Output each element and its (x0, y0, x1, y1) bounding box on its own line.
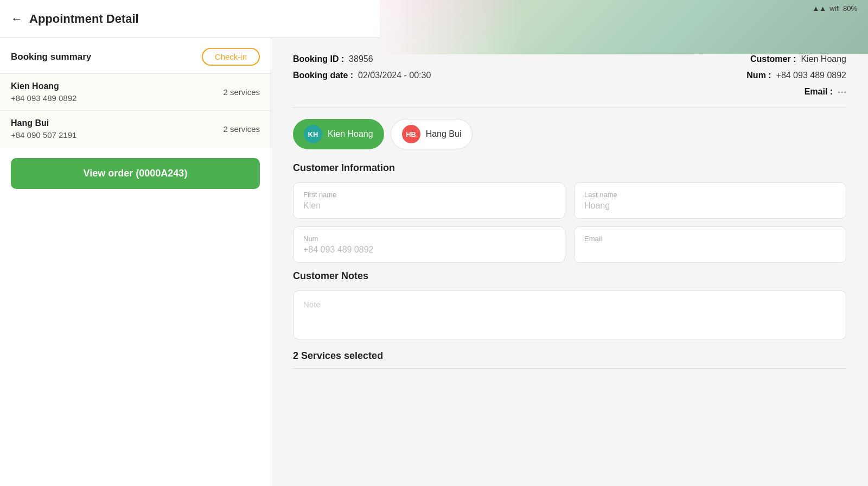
email-field: Email : --- (746, 87, 846, 97)
tab-kien-hoang[interactable]: KH Kien Hoang (293, 119, 384, 149)
back-button[interactable]: ← (11, 12, 23, 26)
customer-label: Customer : (750, 54, 796, 64)
last-name-label: Last name (584, 191, 836, 199)
customer-info-hang: Hang Bui +84 090 507 2191 (11, 118, 76, 140)
customer-services-0: 2 services (223, 87, 260, 97)
customer-info-kien: Kien Hoang +84 093 489 0892 (11, 81, 76, 103)
page-title: Appointment Detail (29, 12, 139, 26)
services-selected-title: 2 Services selected (293, 350, 846, 362)
booking-date-field: Booking date : 02/03/2024 - 00:30 (293, 71, 431, 80)
booking-date-value: 02/03/2024 - 00:30 (358, 71, 431, 80)
main-content: Booking summary Check-in Kien Hoang +84 … (0, 38, 868, 486)
first-name-field[interactable]: First name Kien (293, 182, 565, 219)
customer-information-title: Customer Information (293, 162, 846, 174)
header: ← Appointment Detail ▲▲ wifi 80% (0, 0, 868, 38)
num-field: Num : +84 093 489 0892 (746, 71, 846, 80)
customer-services-1: 2 services (223, 124, 260, 134)
first-name-label: First name (303, 191, 555, 199)
last-name-value: Hoang (584, 201, 836, 211)
wifi-icon: wifi (829, 4, 840, 12)
customer-phone-0: +84 093 489 0892 (11, 93, 76, 103)
booking-info-right: Customer : Kien Hoang Num : +84 093 489 … (746, 54, 846, 97)
left-panel: Booking summary Check-in Kien Hoang +84 … (0, 38, 271, 486)
email-value: --- (838, 87, 846, 96)
booking-summary-label: Booking summary (11, 52, 91, 62)
booking-id-value: 38956 (349, 54, 373, 64)
customer-value: Kien Hoang (801, 54, 846, 64)
customer-phone-1: +84 090 507 2191 (11, 130, 76, 140)
first-name-value: Kien (303, 201, 555, 211)
booking-info-row: Booking ID : 38956 Booking date : 02/03/… (293, 54, 846, 97)
num-label: Num : (746, 71, 771, 80)
hero-overlay (380, 0, 868, 54)
tab-hang-label: Hang Bui (426, 129, 462, 139)
booking-date-label: Booking date : (293, 71, 353, 80)
notes-placeholder: Note (303, 300, 321, 309)
num-input-value: +84 093 489 0892 (303, 245, 555, 255)
customer-item-0[interactable]: Kien Hoang +84 093 489 0892 2 services (0, 73, 271, 110)
customer-field: Customer : Kien Hoang (746, 54, 846, 64)
header-left: ← Appointment Detail (11, 12, 139, 26)
customer-item-1[interactable]: Hang Bui +84 090 507 2191 2 services (0, 110, 271, 147)
contact-form-row: Num +84 093 489 0892 Email (293, 226, 846, 263)
num-input-label: Num (303, 235, 555, 243)
email-input-field[interactable]: Email (574, 226, 846, 263)
avatar-hb: HB (402, 125, 420, 143)
tab-kien-label: Kien Hoang (328, 129, 373, 139)
num-value: +84 093 489 0892 (776, 71, 846, 80)
signal-icon: ▲▲ (812, 4, 826, 12)
avatar-kh: KH (304, 125, 322, 143)
email-input-label: Email (584, 235, 836, 243)
email-label: Email : (805, 87, 833, 96)
name-form-row: First name Kien Last name Hoang (293, 182, 846, 219)
services-divider (293, 368, 846, 369)
booking-info-left: Booking ID : 38956 Booking date : 02/03/… (293, 54, 431, 80)
customer-notes-title: Customer Notes (293, 270, 846, 282)
notes-field[interactable]: Note (293, 291, 846, 339)
booking-id-field: Booking ID : 38956 (293, 54, 431, 64)
customer-name-1: Hang Bui (11, 118, 76, 128)
battery-level: 80% (843, 4, 857, 12)
view-order-button[interactable]: View order (0000A243) (11, 158, 260, 189)
hero-image (380, 0, 868, 54)
right-panel: Booking ID : 38956 Booking date : 02/03/… (271, 38, 868, 486)
last-name-field[interactable]: Last name Hoang (574, 182, 846, 219)
customer-name-0: Kien Hoang (11, 81, 76, 91)
num-input-field[interactable]: Num +84 093 489 0892 (293, 226, 565, 263)
customer-tabs: KH Kien Hoang HB Hang Bui (293, 119, 846, 149)
tab-hang-bui[interactable]: HB Hang Bui (391, 119, 473, 149)
status-bar: ▲▲ wifi 80% (812, 4, 857, 12)
divider-1 (293, 108, 846, 108)
check-in-button[interactable]: Check-in (202, 48, 260, 66)
booking-id-label: Booking ID : (293, 54, 344, 64)
booking-summary-header: Booking summary Check-in (0, 38, 271, 73)
